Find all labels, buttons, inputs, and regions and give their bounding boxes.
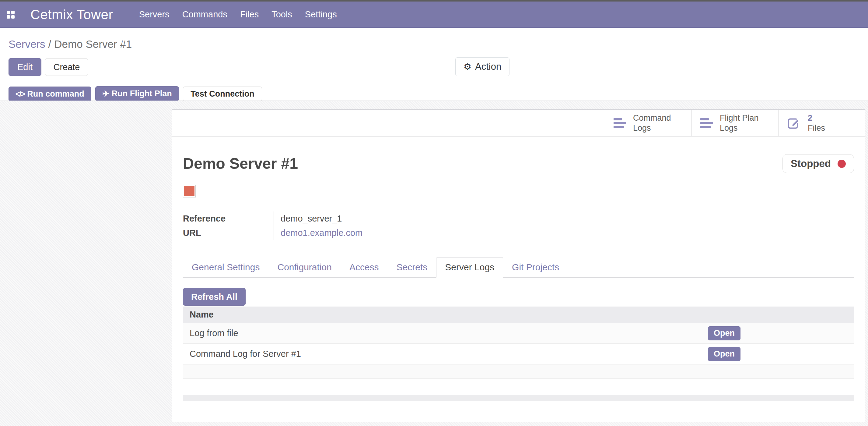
field-label: Reference (183, 211, 274, 226)
file-edit-icon (787, 116, 801, 130)
reference-value: demo_server_1 (274, 211, 395, 226)
status-label: Stopped (791, 158, 831, 169)
column-header-action (705, 307, 854, 323)
run-flight-plan-button[interactable]: ✈ Run Flight Plan (95, 86, 179, 101)
table-row[interactable]: Command Log for Server #1 Open (183, 344, 854, 365)
table-empty-row (183, 365, 854, 379)
menu-item-settings[interactable]: Settings (299, 2, 343, 27)
stat-button-flight-plan-logs[interactable]: Flight Plan Logs (691, 110, 778, 136)
server-color-swatch[interactable] (183, 184, 196, 197)
breadcrumb-link-servers[interactable]: Servers (8, 38, 45, 50)
plane-icon: ✈ (102, 89, 109, 99)
run-flight-plan-label: Run Flight Plan (112, 89, 172, 98)
breadcrumb-current: Demo Server #1 (54, 38, 132, 50)
action-button[interactable]: ⚙ Action (455, 57, 509, 76)
status-badge: Stopped (782, 154, 854, 173)
url-link[interactable]: demo1.example.com (274, 226, 395, 240)
server-logs-table: Name Log from file Open Command Log for … (183, 307, 854, 379)
menu-item-files[interactable]: Files (234, 2, 265, 27)
sheet-header: Command Logs Flight Plan Logs 2 Files (172, 110, 865, 137)
field-label: URL (183, 226, 274, 240)
table-row[interactable]: Log from file Open (183, 323, 854, 344)
form-button-row: Edit Create ⚙ Action (0, 58, 868, 76)
field-group: Reference demo_server_1 URL demo1.exampl… (183, 211, 854, 240)
stat-button-label: 2 Files (808, 113, 825, 133)
status-dot-icon (838, 160, 846, 168)
menu-item-tools[interactable]: Tools (265, 2, 299, 27)
tab-git-projects[interactable]: Git Projects (503, 257, 568, 277)
tab-general-settings[interactable]: General Settings (183, 257, 269, 277)
main-navbar: Cetmix Tower Servers Commands Files Tool… (0, 2, 868, 28)
form-view-background: Command Logs Flight Plan Logs 2 Files (0, 101, 868, 426)
tab-access[interactable]: Access (341, 257, 388, 277)
stat-button-label: Flight Plan Logs (720, 113, 759, 133)
server-form-sheet: Command Logs Flight Plan Logs 2 Files (172, 109, 865, 422)
notebook-tabs: General Settings Configuration Access Se… (183, 257, 854, 278)
list-lines-icon (700, 118, 713, 128)
table-footer-bar (183, 395, 854, 401)
code-icon: </> (16, 90, 25, 98)
page-title: Demo Server #1 (183, 155, 298, 172)
action-button-label: Action (475, 61, 501, 72)
log-name: Command Log for Server #1 (183, 349, 705, 359)
gear-icon: ⚙ (464, 62, 471, 71)
breadcrumb-separator: / (45, 38, 55, 50)
open-log-button[interactable]: Open (708, 347, 741, 361)
stat-button-command-logs[interactable]: Command Logs (605, 110, 691, 136)
log-name: Log from file (183, 328, 705, 338)
open-log-button[interactable]: Open (708, 326, 741, 340)
run-command-button[interactable]: </> Run command (8, 87, 91, 102)
column-header-name: Name (183, 310, 705, 320)
apps-grid-icon[interactable] (7, 11, 14, 19)
table-header-row: Name (183, 307, 854, 323)
stat-button-label: Command Logs (633, 113, 671, 133)
stat-button-files[interactable]: 2 Files (778, 110, 865, 136)
field-row-url: URL demo1.example.com (183, 226, 854, 240)
brand-title: Cetmix Tower (30, 7, 113, 22)
run-command-label: Run command (27, 89, 84, 99)
test-connection-button[interactable]: Test Connection (183, 87, 262, 102)
refresh-all-button[interactable]: Refresh All (183, 288, 246, 306)
tab-server-logs[interactable]: Server Logs (436, 257, 503, 278)
main-menu: Servers Commands Files Tools Settings (133, 2, 343, 27)
field-row-reference: Reference demo_server_1 (183, 211, 854, 226)
menu-item-servers[interactable]: Servers (133, 2, 176, 27)
menu-item-commands[interactable]: Commands (176, 2, 234, 27)
server-action-row: </> Run command ✈ Run Flight Plan Test C… (0, 86, 868, 101)
server-logs-tab-content: Refresh All Name Log from file Open Comm… (183, 278, 854, 401)
files-count: 2 (808, 113, 825, 123)
create-button[interactable]: Create (45, 58, 88, 76)
breadcrumb: Servers/Demo Server #1 (0, 28, 868, 50)
sheet-body: Demo Server #1 Stopped Reference demo_se… (172, 154, 865, 401)
list-lines-icon (614, 118, 626, 128)
tab-configuration[interactable]: Configuration (269, 257, 340, 277)
tab-secrets[interactable]: Secrets (388, 257, 436, 277)
edit-button[interactable]: Edit (8, 58, 41, 76)
